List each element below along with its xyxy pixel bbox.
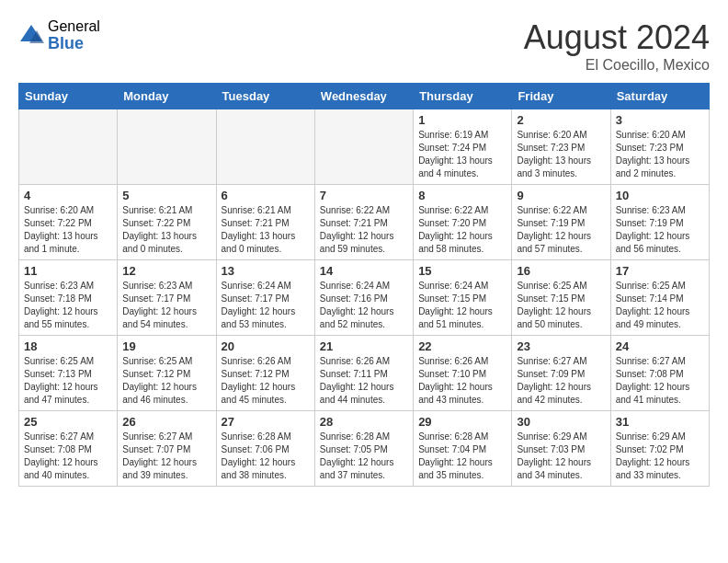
calendar-cell: 9Sunrise: 6:22 AM Sunset: 7:19 PM Daylig… [512, 185, 610, 260]
calendar-cell: 11Sunrise: 6:23 AM Sunset: 7:18 PM Dayli… [19, 260, 118, 336]
day-info: Sunrise: 6:29 AM Sunset: 7:03 PM Dayligh… [517, 431, 605, 482]
weekday-header-friday: Friday [512, 84, 610, 109]
calendar-cell: 14Sunrise: 6:24 AM Sunset: 7:16 PM Dayli… [314, 260, 413, 336]
calendar-cell: 1Sunrise: 6:19 AM Sunset: 7:24 PM Daylig… [414, 109, 512, 185]
logo-blue: Blue [48, 35, 100, 53]
day-info: Sunrise: 6:25 AM Sunset: 7:15 PM Dayligh… [517, 280, 605, 331]
day-info: Sunrise: 6:27 AM Sunset: 7:08 PM Dayligh… [24, 431, 112, 482]
calendar-cell [118, 109, 216, 185]
weekday-header-sunday: Sunday [19, 84, 118, 109]
calendar-cell [314, 109, 413, 185]
calendar-cell: 13Sunrise: 6:24 AM Sunset: 7:17 PM Dayli… [216, 260, 314, 336]
day-number: 20 [222, 339, 310, 353]
day-info: Sunrise: 6:20 AM Sunset: 7:23 PM Dayligh… [616, 129, 704, 180]
day-number: 4 [24, 189, 112, 202]
calendar-table: SundayMondayTuesdayWednesdayThursdayFrid… [18, 83, 710, 487]
day-info: Sunrise: 6:23 AM Sunset: 7:19 PM Dayligh… [616, 204, 704, 256]
weekday-header-tuesday: Tuesday [216, 84, 314, 109]
calendar-cell: 6Sunrise: 6:21 AM Sunset: 7:21 PM Daylig… [216, 185, 314, 260]
day-number: 13 [222, 264, 310, 278]
day-info: Sunrise: 6:22 AM Sunset: 7:20 PM Dayligh… [418, 204, 506, 256]
day-number: 23 [517, 339, 605, 353]
calendar-cell: 15Sunrise: 6:24 AM Sunset: 7:15 PM Dayli… [414, 260, 512, 336]
day-info: Sunrise: 6:22 AM Sunset: 7:21 PM Dayligh… [320, 204, 408, 256]
day-number: 7 [320, 189, 408, 202]
calendar-cell [19, 109, 118, 185]
day-number: 21 [320, 339, 408, 353]
day-number: 8 [418, 189, 506, 202]
day-info: Sunrise: 6:25 AM Sunset: 7:13 PM Dayligh… [24, 355, 112, 407]
calendar-cell: 23Sunrise: 6:27 AM Sunset: 7:09 PM Dayli… [512, 336, 610, 411]
day-number: 10 [616, 189, 704, 202]
calendar-cell [216, 109, 314, 185]
day-info: Sunrise: 6:20 AM Sunset: 7:23 PM Dayligh… [517, 129, 605, 180]
logo-text: General Blue [48, 18, 100, 52]
day-number: 26 [122, 415, 210, 429]
day-number: 3 [616, 113, 704, 127]
day-info: Sunrise: 6:21 AM Sunset: 7:21 PM Dayligh… [222, 204, 310, 256]
calendar-cell: 2Sunrise: 6:20 AM Sunset: 7:23 PM Daylig… [512, 109, 610, 185]
day-info: Sunrise: 6:26 AM Sunset: 7:12 PM Dayligh… [222, 355, 310, 407]
day-info: Sunrise: 6:25 AM Sunset: 7:12 PM Dayligh… [122, 355, 210, 407]
day-number: 27 [222, 415, 310, 429]
calendar-cell: 21Sunrise: 6:26 AM Sunset: 7:11 PM Dayli… [314, 336, 413, 411]
month-title: August 2024 [524, 18, 710, 57]
day-info: Sunrise: 6:29 AM Sunset: 7:02 PM Dayligh… [616, 431, 704, 482]
day-number: 15 [418, 264, 506, 278]
day-info: Sunrise: 6:19 AM Sunset: 7:24 PM Dayligh… [418, 129, 506, 180]
day-info: Sunrise: 6:24 AM Sunset: 7:16 PM Dayligh… [320, 280, 408, 331]
day-number: 17 [616, 264, 704, 278]
calendar-cell: 29Sunrise: 6:28 AM Sunset: 7:04 PM Dayli… [414, 411, 512, 487]
calendar-cell: 7Sunrise: 6:22 AM Sunset: 7:21 PM Daylig… [314, 185, 413, 260]
day-info: Sunrise: 6:21 AM Sunset: 7:22 PM Dayligh… [122, 204, 210, 256]
calendar-cell: 17Sunrise: 6:25 AM Sunset: 7:14 PM Dayli… [610, 260, 709, 336]
calendar-cell: 25Sunrise: 6:27 AM Sunset: 7:08 PM Dayli… [19, 411, 118, 487]
day-number: 14 [320, 264, 408, 278]
day-number: 28 [320, 415, 408, 429]
logo-icon [18, 23, 44, 49]
day-info: Sunrise: 6:27 AM Sunset: 7:09 PM Dayligh… [517, 355, 605, 407]
day-number: 25 [24, 415, 112, 429]
day-info: Sunrise: 6:24 AM Sunset: 7:15 PM Dayligh… [418, 280, 506, 331]
day-number: 30 [517, 415, 605, 429]
day-number: 5 [122, 189, 210, 202]
day-info: Sunrise: 6:24 AM Sunset: 7:17 PM Dayligh… [222, 280, 310, 331]
calendar-body: 1Sunrise: 6:19 AM Sunset: 7:24 PM Daylig… [19, 109, 710, 487]
calendar-header-row: SundayMondayTuesdayWednesdayThursdayFrid… [19, 84, 710, 109]
calendar-cell: 4Sunrise: 6:20 AM Sunset: 7:22 PM Daylig… [19, 185, 118, 260]
calendar-cell: 28Sunrise: 6:28 AM Sunset: 7:05 PM Dayli… [314, 411, 413, 487]
day-info: Sunrise: 6:28 AM Sunset: 7:04 PM Dayligh… [418, 431, 506, 482]
day-number: 1 [418, 113, 506, 127]
day-info: Sunrise: 6:20 AM Sunset: 7:22 PM Dayligh… [24, 204, 112, 256]
calendar-cell: 3Sunrise: 6:20 AM Sunset: 7:23 PM Daylig… [610, 109, 709, 185]
calendar-cell: 22Sunrise: 6:26 AM Sunset: 7:10 PM Dayli… [414, 336, 512, 411]
day-number: 11 [24, 264, 112, 278]
calendar-cell: 8Sunrise: 6:22 AM Sunset: 7:20 PM Daylig… [414, 185, 512, 260]
day-number: 6 [222, 189, 310, 202]
location: El Coecillo, Mexico [524, 57, 710, 74]
day-info: Sunrise: 6:26 AM Sunset: 7:10 PM Dayligh… [418, 355, 506, 407]
day-number: 18 [24, 339, 112, 353]
weekday-header-monday: Monday [118, 84, 216, 109]
calendar-cell: 24Sunrise: 6:27 AM Sunset: 7:08 PM Dayli… [610, 336, 709, 411]
weekday-header-thursday: Thursday [414, 84, 512, 109]
calendar-week-1: 1Sunrise: 6:19 AM Sunset: 7:24 PM Daylig… [19, 109, 710, 185]
day-info: Sunrise: 6:27 AM Sunset: 7:07 PM Dayligh… [122, 431, 210, 482]
calendar-week-5: 25Sunrise: 6:27 AM Sunset: 7:08 PM Dayli… [19, 411, 710, 487]
day-number: 29 [418, 415, 506, 429]
calendar-week-4: 18Sunrise: 6:25 AM Sunset: 7:13 PM Dayli… [19, 336, 710, 411]
day-info: Sunrise: 6:22 AM Sunset: 7:19 PM Dayligh… [517, 204, 605, 256]
calendar-cell: 12Sunrise: 6:23 AM Sunset: 7:17 PM Dayli… [118, 260, 216, 336]
day-number: 22 [418, 339, 506, 353]
day-info: Sunrise: 6:25 AM Sunset: 7:14 PM Dayligh… [616, 280, 704, 331]
calendar-cell: 26Sunrise: 6:27 AM Sunset: 7:07 PM Dayli… [118, 411, 216, 487]
calendar-cell: 27Sunrise: 6:28 AM Sunset: 7:06 PM Dayli… [216, 411, 314, 487]
calendar-cell: 18Sunrise: 6:25 AM Sunset: 7:13 PM Dayli… [19, 336, 118, 411]
calendar-cell: 10Sunrise: 6:23 AM Sunset: 7:19 PM Dayli… [610, 185, 709, 260]
weekday-header-wednesday: Wednesday [314, 84, 413, 109]
day-number: 16 [517, 264, 605, 278]
day-info: Sunrise: 6:26 AM Sunset: 7:11 PM Dayligh… [320, 355, 408, 407]
day-number: 31 [616, 415, 704, 429]
day-info: Sunrise: 6:23 AM Sunset: 7:18 PM Dayligh… [24, 280, 112, 331]
day-info: Sunrise: 6:23 AM Sunset: 7:17 PM Dayligh… [122, 280, 210, 331]
